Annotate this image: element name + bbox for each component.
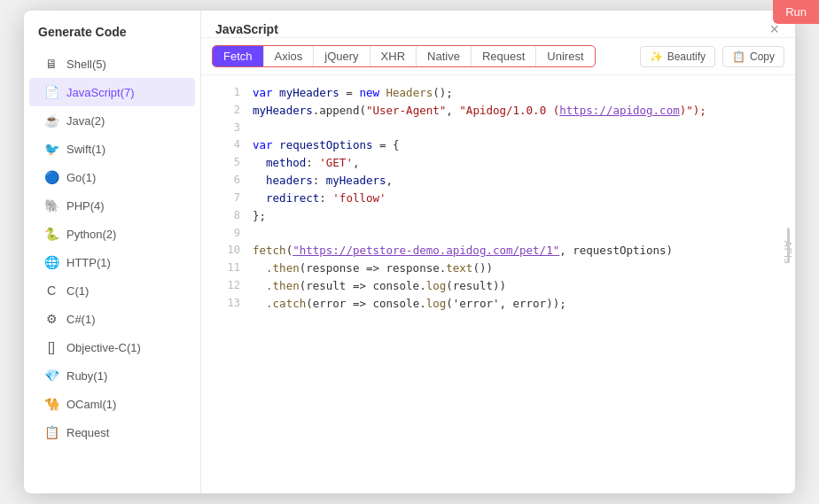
tab-native[interactable]: Native [417, 46, 472, 66]
code-token: )"); [680, 104, 706, 117]
sidebar-label-objc: Objective-C(1) [66, 341, 141, 354]
line-content: .then(response => response.text()) [253, 260, 493, 277]
tab-unirest[interactable]: Unirest [536, 46, 594, 66]
code-token: myHeaders [279, 86, 339, 99]
sidebar-item-ocaml[interactable]: 🐪OCaml(1) [29, 390, 195, 418]
code-token: (response => response. [300, 261, 447, 275]
line-content: .then(result => console.log(result)) [253, 277, 506, 295]
main-content: JavaScript × FetchAxiosjQueryXHRNativeRe… [201, 11, 795, 493]
sidebar-item-csharp[interactable]: ⚙C#(1) [29, 305, 195, 333]
code-token: , [353, 156, 360, 169]
sidebar-label-ruby: Ruby(1) [66, 369, 107, 383]
code-token: (error => console. [306, 297, 425, 310]
tab-request[interactable]: Request [472, 46, 536, 66]
sidebar-icon-objc: [] [43, 339, 59, 355]
line-number: 13 [215, 295, 240, 313]
code-token: (); [433, 86, 453, 99]
beautify-label: Beautify [667, 50, 706, 63]
sidebar-label-go: Go(1) [66, 171, 96, 184]
code-line: 8}; [201, 207, 795, 225]
code-token: redirect [253, 191, 319, 205]
code-line: 11 .then(response => response.text()) [201, 260, 795, 277]
code-token: .then [253, 279, 300, 292]
code-token: }; [253, 209, 266, 222]
tab-xhr[interactable]: XHR [370, 46, 417, 66]
line-number: 12 [215, 277, 240, 295]
copy-button[interactable]: 📋 Copy [722, 46, 784, 67]
sidebar-icon-go: 🔵 [43, 169, 59, 185]
line-content: redirect: 'follow' [253, 190, 386, 207]
code-line: 5 method: 'GET', [201, 154, 795, 172]
toolbar-right: ✨ Beautify 📋 Copy [640, 46, 784, 67]
sidebar-title: Generate Code [24, 25, 200, 50]
code-token: .catch [253, 297, 306, 310]
sidebar-label-python: Python(2) [66, 228, 116, 241]
sidebar-label-swift: Swift(1) [66, 143, 105, 156]
code-token: , [386, 174, 394, 187]
code-token: fetch [253, 244, 286, 257]
copy-label: Copy [750, 50, 775, 63]
line-content: var requestOptions = { [253, 136, 400, 154]
copy-icon: 📋 [732, 50, 745, 63]
code-token: var [253, 86, 279, 99]
sidebar-item-swift[interactable]: 🐦Swift(1) [29, 135, 195, 163]
sidebar-icon-ruby: 💎 [43, 368, 59, 384]
sidebar-item-java[interactable]: ☕Java(2) [29, 106, 195, 135]
code-line: 6 headers: myHeaders, [201, 172, 795, 190]
beautify-button[interactable]: ✨ Beautify [640, 46, 715, 67]
sidebar-item-c[interactable]: CC(1) [29, 276, 195, 305]
sidebar-icon-http: 🌐 [43, 254, 59, 270]
code-line: 4var requestOptions = { [201, 136, 795, 154]
line-number: 5 [215, 154, 240, 172]
line-number: 2 [215, 102, 240, 120]
sidebar-item-objc[interactable]: []Objective-C(1) [29, 333, 195, 361]
tab-fetch[interactable]: Fetch [213, 46, 264, 66]
code-token: .append( [313, 104, 366, 117]
sidebar: Generate Code 🖥Shell(5)📄JavaScript(7)☕Ja… [24, 11, 201, 493]
sidebar-icon-shell: 🖥 [43, 56, 59, 72]
sidebar-item-request[interactable]: 📋Request [29, 418, 195, 446]
scrollbar[interactable] [787, 228, 790, 263]
code-token: https://apidog.com [559, 104, 679, 117]
line-number: 1 [215, 84, 240, 102]
sidebar-icon-php: 🐘 [43, 198, 59, 213]
sidebar-item-python[interactable]: 🐍Python(2) [29, 220, 195, 248]
sidebar-item-shell[interactable]: 🖥Shell(5) [29, 50, 195, 78]
tab-jquery[interactable]: jQuery [314, 46, 370, 66]
code-token: requestOptions [279, 138, 372, 151]
line-number: 7 [215, 190, 240, 207]
code-token: "Apidog/1.0.0 ( [459, 104, 559, 117]
sidebar-item-javascript[interactable]: 📄JavaScript(7) [29, 78, 195, 106]
sidebar-item-go[interactable]: 🔵Go(1) [29, 163, 195, 191]
sidebar-label-javascript: JavaScript(7) [66, 86, 135, 99]
sidebar-items: 🖥Shell(5)📄JavaScript(7)☕Java(2)🐦Swift(1)… [24, 50, 200, 446]
modal-overlay: Run Generate Code 🖥Shell(5)📄JavaScript(7… [0, 0, 819, 504]
code-token: : [313, 174, 326, 187]
code-token: headers [253, 174, 313, 187]
sidebar-item-php[interactable]: 🐘PHP(4) [29, 191, 195, 220]
sidebar-icon-request: 📋 [43, 424, 59, 440]
sidebar-label-request: Request [66, 426, 109, 439]
tab-axios[interactable]: Axios [264, 46, 315, 66]
line-number: 8 [215, 207, 240, 225]
sidebar-icon-python: 🐍 [43, 226, 59, 242]
line-content: .catch(error => console.log('error', err… [253, 295, 566, 313]
sidebar-item-http[interactable]: 🌐HTTP(1) [29, 248, 195, 276]
sidebar-icon-ocaml: 🐪 [43, 396, 59, 412]
code-line: 2myHeaders.append("User-Agent", "Apidog/… [201, 102, 795, 120]
run-button[interactable]: Run [773, 0, 819, 24]
code-token: , requestOptions) [559, 244, 673, 257]
code-token: = { [372, 138, 399, 151]
sidebar-label-java: Java(2) [66, 114, 105, 128]
sidebar-item-ruby[interactable]: 💎Ruby(1) [29, 361, 195, 390]
code-line: 3 [201, 120, 795, 136]
code-line: 7 redirect: 'follow' [201, 190, 795, 207]
line-number: 10 [215, 242, 240, 260]
modal: Generate Code 🖥Shell(5)📄JavaScript(7)☕Ja… [24, 11, 795, 493]
code-token: , [446, 104, 459, 117]
code-line: 10fetch("https://petstore-demo.apidog.co… [201, 242, 795, 260]
code-token: myHeaders [326, 174, 386, 187]
sidebar-label-shell: Shell(5) [66, 58, 106, 71]
code-token: ()) [472, 261, 493, 275]
sidebar-label-c: C(1) [66, 284, 89, 298]
